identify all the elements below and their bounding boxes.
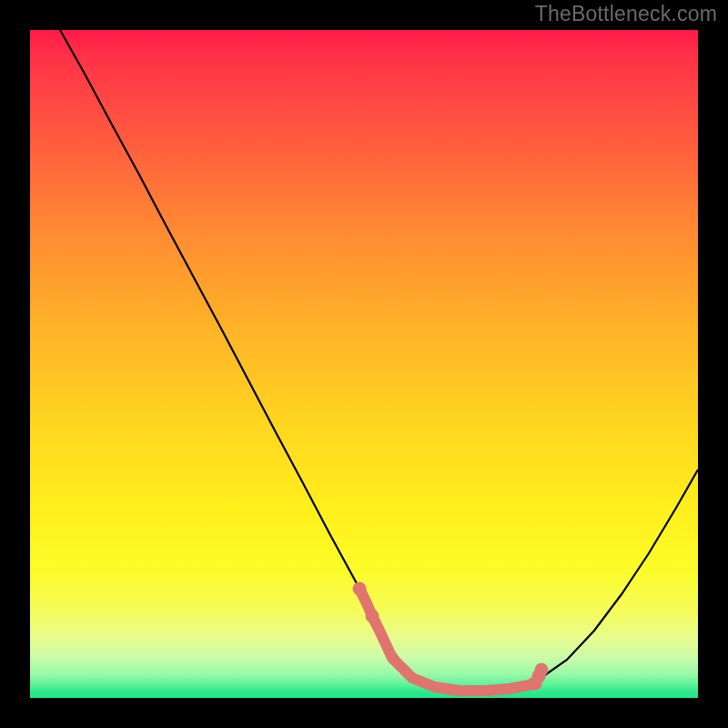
curve-svg (30, 30, 698, 698)
watermark-text: TheBottleneck.com (535, 2, 717, 26)
highlight-segment (359, 589, 541, 691)
highlight-dot (366, 610, 379, 623)
chart-container: TheBottleneck.com (0, 0, 728, 728)
main-curve (60, 30, 698, 691)
highlight-dot (353, 582, 367, 596)
plot-area (30, 30, 698, 698)
highlight-dot (535, 663, 549, 677)
